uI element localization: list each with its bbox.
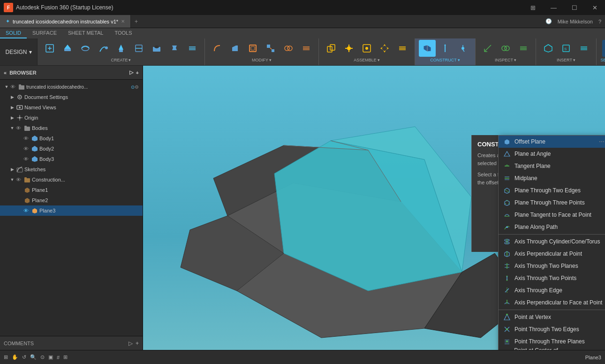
construct-point-button[interactable]: [454, 40, 471, 57]
tree-item-bodies[interactable]: ▼ 👁 Bodies: [0, 123, 143, 133]
comments-add-icon[interactable]: +: [136, 340, 139, 347]
body2-icon: [31, 145, 38, 152]
tree-item-body1[interactable]: ▶ 👁 Body1: [0, 133, 143, 144]
tree-item-named-views[interactable]: ▶ Named Views: [0, 102, 143, 113]
menu-item-axis-two-points[interactable]: Axis Through Two Points: [499, 272, 605, 284]
construct-axis-button[interactable]: [437, 40, 454, 57]
menu-item-axis-cylinder[interactable]: Axis Through Cylinder/Cone/Torus: [499, 235, 605, 248]
eye-icon-construction[interactable]: 👁: [15, 176, 22, 183]
tree-item-plane2[interactable]: ▶ Plane2: [0, 195, 143, 205]
more-insert-button[interactable]: [575, 40, 592, 57]
eye-icon-plane3[interactable]: 👁: [23, 207, 29, 214]
eye-icon-bodies[interactable]: 👁: [15, 125, 22, 131]
offset-plane-more-icon[interactable]: ⋯: [599, 138, 605, 145]
pan-icon[interactable]: ✋: [12, 354, 18, 360]
menu-item-plane-three-points[interactable]: Plane Through Three Points: [499, 197, 605, 209]
help-icon[interactable]: ?: [598, 19, 601, 24]
thread-button[interactable]: [166, 40, 183, 57]
axis-perp-point-icon: [503, 250, 511, 258]
eye-icon-body2[interactable]: 👁: [23, 145, 29, 152]
construct-plane-button[interactable]: [419, 40, 436, 57]
display-mode-icon[interactable]: ▣: [48, 354, 53, 360]
tree-item-doc-settings[interactable]: ▶ Document Settings: [0, 92, 143, 102]
history-button[interactable]: ⊞: [527, 2, 539, 13]
menu-item-plane-tangent-face[interactable]: Plane Tangent to Face at Point: [499, 209, 605, 221]
menu-item-plane-along-path[interactable]: Plane Along Path: [499, 221, 605, 233]
more-assemble-button[interactable]: [394, 40, 411, 57]
fillet-icon: [212, 43, 222, 53]
interference-button[interactable]: [497, 40, 514, 57]
eye-icon-root[interactable]: 👁: [9, 83, 16, 90]
as-built-joint-button[interactable]: [358, 40, 375, 57]
insert-svg-button[interactable]: S: [558, 40, 575, 57]
hole-button[interactable]: [148, 40, 165, 57]
tree-item-plane3[interactable]: ▶ 👁 Plane3: [0, 205, 143, 216]
sweep-button[interactable]: [95, 40, 112, 57]
rotate-icon[interactable]: ↺: [22, 354, 26, 360]
tab-main-file[interactable]: ✦ truncated icosidodecahedron instructab…: [0, 15, 131, 28]
tab-tools[interactable]: TOOLS: [109, 28, 137, 38]
menu-item-axis-two-planes[interactable]: Axis Through Two Planes: [499, 260, 605, 272]
more-create-button[interactable]: [184, 40, 201, 57]
tree-item-sketches[interactable]: ▶ Sketches: [0, 164, 143, 174]
menu-item-offset-plane[interactable]: Offset Plane ⋯: [499, 136, 605, 148]
tab-sheet-metal[interactable]: SHEET METAL: [62, 28, 109, 38]
zoom-icon[interactable]: 🔍: [30, 354, 37, 360]
combine-button[interactable]: [280, 40, 297, 57]
sidebar-collapse-icon[interactable]: «: [4, 70, 7, 76]
grid-snap-icon[interactable]: ⊞: [63, 354, 68, 360]
menu-item-midplane[interactable]: Midplane: [499, 172, 605, 184]
grid-icon[interactable]: #: [57, 355, 60, 360]
close-button[interactable]: ✕: [589, 2, 601, 13]
tree-item-construction[interactable]: ▼ 👁 Construction...: [0, 174, 143, 185]
menu-item-point-three-planes[interactable]: Point Through Three Planes: [499, 335, 605, 348]
tree-item-plane1[interactable]: ▶ Plane1: [0, 185, 143, 195]
maximize-button[interactable]: ☐: [568, 2, 581, 13]
tab-solid[interactable]: SOLID: [0, 28, 27, 38]
design-button[interactable]: DESIGN ▾: [0, 38, 38, 65]
viewport[interactable]: Offset Plane ⋯ Plane at Angle Tangent Pl…: [143, 66, 605, 350]
insert-mesh-button[interactable]: [540, 40, 557, 57]
shell-button[interactable]: [244, 40, 261, 57]
comments-controls: ▷ +: [129, 340, 139, 347]
new-component-button[interactable]: [323, 40, 340, 57]
tab-close-button[interactable]: ✕: [121, 19, 125, 24]
minimize-button[interactable]: —: [547, 2, 560, 13]
menu-item-axis-perp-point[interactable]: Axis Perpendicular at Point: [499, 248, 605, 260]
tree-item-origin[interactable]: ▶ Origin: [0, 113, 143, 123]
tree-item-body3[interactable]: ▶ 👁 Body3: [0, 154, 143, 164]
chamfer-button[interactable]: [227, 40, 243, 57]
menu-item-axis-perp-face[interactable]: Axis Perpendicular to Face at Point: [499, 296, 605, 309]
fillet-button[interactable]: [209, 40, 226, 57]
eye-icon-body1[interactable]: 👁: [23, 135, 29, 142]
menu-item-axis-through-edge[interactable]: Axis Through Edge: [499, 284, 605, 296]
move-button[interactable]: [376, 40, 393, 57]
plane-two-edges-label: Plane Through Two Edges: [514, 187, 581, 194]
orbit-icon[interactable]: ⊙: [40, 354, 45, 360]
extrude-button[interactable]: [59, 40, 76, 57]
svg-rect-48: [19, 84, 21, 86]
menu-item-point-center-circle[interactable]: Point at Center of Circle/Sphere/Torus: [499, 348, 605, 350]
tab-surface[interactable]: SURFACE: [27, 28, 62, 38]
menu-item-plane-two-edges[interactable]: Plane Through Two Edges: [499, 184, 605, 197]
loft-button[interactable]: [113, 40, 129, 57]
tree-item-body2[interactable]: ▶ 👁 Body2: [0, 144, 143, 154]
create-new-button[interactable]: [41, 40, 58, 57]
eye-icon-body3[interactable]: 👁: [23, 156, 29, 162]
rib-button[interactable]: [130, 40, 147, 57]
revolve-button[interactable]: [77, 40, 94, 57]
menu-item-plane-at-angle[interactable]: Plane at Angle: [499, 148, 605, 160]
tree-item-root[interactable]: ▼ 👁 truncated icosidodecahedro... ⊙ ⚙: [0, 82, 143, 92]
more-insert-icon: [579, 43, 589, 53]
menu-item-tangent-plane[interactable]: Tangent Plane: [499, 160, 605, 172]
menu-item-point-vertex[interactable]: Point at Vertex: [499, 311, 605, 323]
select-button[interactable]: [602, 40, 605, 57]
tab-add-button[interactable]: +: [131, 15, 142, 28]
measure-button[interactable]: [479, 40, 496, 57]
menu-item-point-two-edges[interactable]: Point Through Two Edges: [499, 323, 605, 335]
more-inspect-button[interactable]: [515, 40, 532, 57]
sidebar-plus-icon[interactable]: +: [136, 70, 139, 76]
joint-button[interactable]: [340, 40, 357, 57]
more-modify-button[interactable]: [298, 40, 315, 57]
scale-button[interactable]: [262, 40, 279, 57]
